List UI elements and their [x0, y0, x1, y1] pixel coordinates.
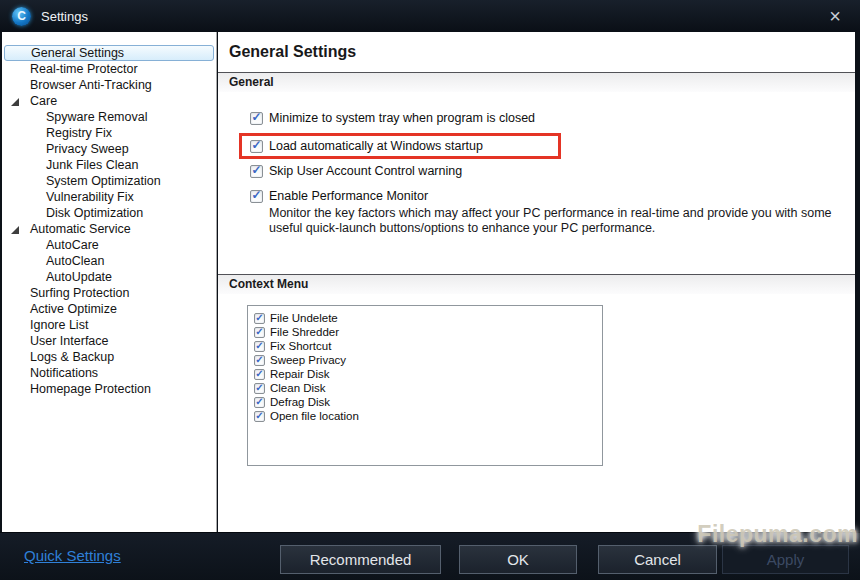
- sidebar-item-spyware-removal[interactable]: Spyware Removal: [2, 109, 216, 125]
- context-item-file-shredder[interactable]: File Shredder: [254, 325, 602, 339]
- watermark: Filepuma.com: [697, 521, 858, 548]
- context-item-repair-disk[interactable]: Repair Disk: [254, 367, 602, 381]
- option-label: Fix Shortcut: [270, 340, 331, 352]
- expand-icon[interactable]: [11, 98, 19, 106]
- checkbox-checked-icon[interactable]: [250, 165, 263, 178]
- sidebar-item-active-optimize[interactable]: Active Optimize: [2, 301, 216, 317]
- checkbox-checked-icon[interactable]: [254, 411, 265, 422]
- settings-main-pane: General Settings General Minimize to sys…: [218, 32, 855, 532]
- sidebar-item-surfing-protection[interactable]: Surfing Protection: [2, 285, 216, 301]
- sidebar-item-label: Browser Anti-Tracking: [30, 78, 152, 92]
- sidebar-item-system-optimization[interactable]: System Optimization: [2, 173, 216, 189]
- context-item-open-file-location[interactable]: Open file location: [254, 409, 602, 423]
- option-label: Load automatically at Windows startup: [269, 139, 483, 153]
- highlight-rectangle: Load automatically at Windows startup: [239, 133, 561, 159]
- sidebar-item-label: Real-time Protector: [30, 62, 138, 76]
- performance-monitor-description: Monitor the key factors which may affect…: [269, 206, 860, 236]
- sidebar-item-label: Automatic Service: [30, 222, 131, 236]
- sidebar-item-homepage-protection[interactable]: Homepage Protection: [2, 381, 216, 397]
- sidebar-item-label: Vulnerability Fix: [46, 190, 134, 204]
- checkbox-checked-icon[interactable]: [254, 313, 265, 324]
- window-title: Settings: [41, 9, 88, 24]
- sidebar-item-label: Spyware Removal: [46, 110, 147, 124]
- sidebar-item-label: Privacy Sweep: [46, 142, 129, 156]
- sidebar-item-care[interactable]: Care: [2, 93, 216, 109]
- sidebar-item-label: Logs & Backup: [30, 350, 114, 364]
- quick-settings-link[interactable]: Quick Settings: [24, 547, 121, 564]
- sidebar-item-notifications[interactable]: Notifications: [2, 365, 216, 381]
- sidebar-item-label: Registry Fix: [46, 126, 112, 140]
- context-item-defrag-disk[interactable]: Defrag Disk: [254, 395, 602, 409]
- context-item-sweep-privacy[interactable]: Sweep Privacy: [254, 353, 602, 367]
- option-label: File Shredder: [270, 326, 339, 338]
- sidebar-item-label: Surfing Protection: [30, 286, 129, 300]
- sidebar-item-label: User Interface: [30, 334, 109, 348]
- ok-button[interactable]: OK: [459, 545, 577, 574]
- close-icon[interactable]: ×: [820, 4, 850, 28]
- sidebar-item-autocare[interactable]: AutoCare: [2, 237, 216, 253]
- group-header-context-menu: Context Menu: [218, 274, 855, 294]
- option-label: Clean Disk: [270, 382, 326, 394]
- sidebar-item-junk-files-clean[interactable]: Junk Files Clean: [2, 157, 216, 173]
- context-item-file-undelete[interactable]: File Undelete: [254, 311, 602, 325]
- cancel-button[interactable]: Cancel: [598, 545, 717, 574]
- option-skip-uac-warning[interactable]: Skip User Account Control warning: [250, 163, 855, 179]
- checkbox-checked-icon[interactable]: [254, 341, 265, 352]
- sidebar-item-label: Active Optimize: [30, 302, 117, 316]
- option-minimize-to-tray[interactable]: Minimize to system tray when program is …: [250, 110, 855, 126]
- option-label: Repair Disk: [270, 368, 329, 380]
- context-item-clean-disk[interactable]: Clean Disk: [254, 381, 602, 395]
- checkbox-checked-icon[interactable]: [254, 369, 265, 380]
- checkbox-checked-icon[interactable]: [254, 383, 265, 394]
- sidebar-item-label: AutoCare: [46, 238, 99, 252]
- checkbox-checked-icon[interactable]: [254, 397, 265, 408]
- option-label: Enable Performance Monitor: [269, 189, 428, 203]
- sidebar-item-disk-optimization[interactable]: Disk Optimization: [2, 205, 216, 221]
- checkbox-checked-icon[interactable]: [254, 327, 265, 338]
- checkbox-checked-icon[interactable]: [250, 190, 263, 203]
- sidebar-item-browser-anti-tracking[interactable]: Browser Anti-Tracking: [2, 77, 216, 93]
- checkbox-checked-icon[interactable]: [254, 355, 265, 366]
- settings-tree: General Settings Real-time Protector Bro…: [2, 32, 216, 397]
- sidebar-item-label: Notifications: [30, 366, 98, 380]
- option-label: Sweep Privacy: [270, 354, 346, 366]
- sidebar-item-label: Care: [30, 94, 57, 108]
- sidebar-item-logs-backup[interactable]: Logs & Backup: [2, 349, 216, 365]
- checkbox-checked-icon[interactable]: [250, 140, 263, 153]
- checkbox-checked-icon[interactable]: [250, 112, 263, 125]
- app-logo-icon: C: [12, 7, 31, 26]
- sidebar-item-label: AutoClean: [46, 254, 104, 268]
- sidebar-item-label: Disk Optimization: [46, 206, 143, 220]
- sidebar-item-label: Homepage Protection: [30, 382, 151, 396]
- group-header-general: General: [218, 72, 855, 92]
- sidebar-item-autoupdate[interactable]: AutoUpdate: [2, 269, 216, 285]
- sidebar-item-automatic-service[interactable]: Automatic Service: [2, 221, 216, 237]
- sidebar-item-vulnerability-fix[interactable]: Vulnerability Fix: [2, 189, 216, 205]
- titlebar: C Settings ×: [0, 0, 860, 32]
- option-label: Open file location: [270, 410, 359, 422]
- sidebar-item-label: General Settings: [31, 46, 124, 60]
- sidebar-item-registry-fix[interactable]: Registry Fix: [2, 125, 216, 141]
- sidebar-item-label: AutoUpdate: [46, 270, 112, 284]
- option-enable-performance-monitor[interactable]: Enable Performance Monitor: [250, 188, 855, 204]
- sidebar-item-privacy-sweep[interactable]: Privacy Sweep: [2, 141, 216, 157]
- sidebar-item-label: System Optimization: [46, 174, 161, 188]
- context-item-fix-shortcut[interactable]: Fix Shortcut: [254, 339, 602, 353]
- sidebar-item-autoclean[interactable]: AutoClean: [2, 253, 216, 269]
- sidebar-item-label: Ignore List: [30, 318, 88, 332]
- sidebar-item-ignore-list[interactable]: Ignore List: [2, 317, 216, 333]
- general-group-body: Minimize to system tray when program is …: [218, 92, 855, 236]
- sidebar-item-real-time-protector[interactable]: Real-time Protector: [2, 61, 216, 77]
- option-load-at-startup[interactable]: Load automatically at Windows startup: [250, 138, 558, 154]
- sidebar-item-user-interface[interactable]: User Interface: [2, 333, 216, 349]
- apply-button: Apply: [722, 545, 849, 574]
- sidebar-item-general-settings[interactable]: General Settings: [4, 45, 214, 61]
- sidebar-item-label: Junk Files Clean: [46, 158, 138, 172]
- settings-sidebar: General Settings Real-time Protector Bro…: [2, 32, 217, 532]
- option-label: Defrag Disk: [270, 396, 330, 408]
- option-label: Skip User Account Control warning: [269, 164, 462, 178]
- option-label: Minimize to system tray when program is …: [269, 111, 535, 125]
- page-title: General Settings: [218, 32, 855, 62]
- expand-icon[interactable]: [11, 226, 19, 234]
- recommended-button[interactable]: Recommended: [280, 545, 441, 574]
